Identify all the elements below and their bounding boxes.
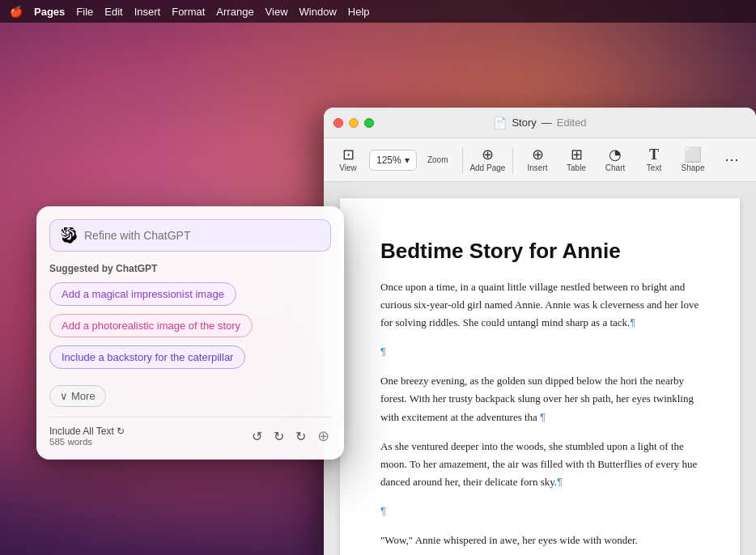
document-content: Bedtime Story for Annie Once upon a time… — [324, 182, 756, 555]
chatgpt-input-row[interactable] — [49, 219, 331, 252]
zoom-chevron-icon: ▾ — [405, 155, 410, 166]
close-button[interactable] — [333, 118, 343, 128]
shape-icon: ⬜ — [684, 147, 702, 162]
menubar-file[interactable]: File — [76, 6, 93, 18]
toolbar-add-page[interactable]: ⊕ Add Page — [469, 144, 506, 176]
document-title: Story — [512, 117, 536, 129]
undo-button[interactable]: ↺ — [250, 427, 264, 446]
menubar-view[interactable]: View — [265, 6, 288, 18]
chatgpt-refine-panel: Suggested by ChatGPT Add a magical impre… — [36, 206, 344, 460]
footer-actions: ↺ ↻ ↻ ⊕ — [250, 426, 331, 447]
edited-label: Edited — [557, 117, 587, 129]
paragraph-3: As she ventured deeper into the woods, s… — [380, 438, 699, 491]
suggestion-photorealistic[interactable]: Add a photorealistic image of the story — [49, 314, 253, 337]
apple-menu[interactable]: 🍎 — [10, 6, 23, 18]
shape-label: Shape — [682, 163, 705, 172]
panel-footer: Include All Text ↻ 585 words ↺ ↻ ↻ ⊕ — [49, 417, 331, 447]
more-icon: ⋯ — [724, 152, 739, 167]
chart-label: Chart — [605, 163, 625, 172]
insert-icon: ⊕ — [532, 147, 544, 162]
table-label: Table — [567, 163, 586, 172]
traffic-lights — [333, 118, 374, 128]
text-icon: T — [649, 147, 659, 162]
toolbar-view[interactable]: ⊡ View — [330, 144, 366, 176]
include-all-text[interactable]: Include All Text ↻ — [49, 426, 125, 437]
zoom-control[interactable]: 125% ▾ — [369, 150, 417, 171]
chevron-down-icon: ∨ — [60, 390, 68, 402]
add-page-label: Add Page — [469, 163, 505, 172]
menubar: 🍎 Pages File Edit Insert Format Arrange … — [0, 0, 756, 23]
zoom-label: Zoom — [427, 155, 448, 164]
paragraph-break-2: ¶ — [380, 502, 699, 520]
table-icon: ⊞ — [571, 147, 583, 162]
chatgpt-refine-input[interactable] — [84, 229, 321, 242]
menubar-window[interactable]: Window — [299, 6, 337, 18]
more-label: More — [71, 390, 96, 402]
toolbar-shape[interactable]: ⬜ Shape — [675, 144, 711, 176]
minimize-button[interactable] — [349, 118, 359, 128]
toolbar-chart[interactable]: ◔ Chart — [597, 144, 633, 176]
toolbar-zoom-label: Zoom — [420, 152, 456, 167]
document-main-title: Bedtime Story for Annie — [380, 239, 699, 264]
suggestion-magical-image[interactable]: Add a magical impressionist image — [49, 282, 236, 306]
chatgpt-icon — [60, 227, 78, 244]
paragraph-4: "Wow," Annie whispered in awe, her eyes … — [380, 532, 699, 549]
add-page-icon: ⊕ — [482, 147, 494, 162]
toolbar-separator-2 — [512, 147, 513, 173]
fullscreen-button[interactable] — [364, 118, 374, 128]
paragraph-2: One breezy evening, as the golden sun di… — [380, 372, 699, 426]
text-label: Text — [647, 163, 661, 172]
window-toolbar: ⊡ View 125% ▾ Zoom ⊕ Add Page ⊕ Insert ⊞… — [324, 138, 756, 182]
paragraph-1: Once upon a time, in a quaint little vil… — [380, 278, 699, 332]
refresh-button[interactable]: ↻ — [294, 427, 308, 446]
toolbar-separator-1 — [462, 147, 463, 173]
menubar-edit[interactable]: Edit — [104, 6, 122, 18]
view-icon: ⊡ — [342, 147, 355, 162]
suggestion-backstory[interactable]: Include a backstory for the caterpillar — [49, 345, 245, 369]
chart-icon: ◔ — [609, 147, 622, 162]
redo-button[interactable]: ↻ — [272, 427, 286, 446]
word-count: 585 words — [49, 437, 125, 447]
toolbar-text[interactable]: T Text — [636, 144, 672, 176]
more-suggestions-button[interactable]: ∨ More — [49, 385, 106, 407]
document-page: Bedtime Story for Annie Once upon a time… — [340, 198, 740, 555]
suggested-label: Suggested by ChatGPT — [49, 263, 331, 274]
insert-label: Insert — [528, 163, 548, 172]
toolbar-more[interactable]: ⋯ — [714, 149, 750, 172]
zoom-value: 125% — [376, 155, 401, 166]
menubar-arrange[interactable]: Arrange — [216, 6, 253, 18]
footer-info: Include All Text ↻ 585 words — [49, 426, 125, 447]
view-label: View — [339, 163, 357, 172]
toolbar-table[interactable]: ⊞ Table — [559, 144, 594, 176]
menubar-format[interactable]: Format — [172, 6, 205, 18]
toolbar-insert[interactable]: ⊕ Insert — [520, 144, 555, 176]
add-button[interactable]: ⊕ — [316, 426, 331, 447]
menubar-help[interactable]: Help — [348, 6, 370, 18]
menubar-insert[interactable]: Insert — [134, 6, 161, 18]
suggestions-list: Add a magical impressionist image Add a … — [49, 282, 331, 375]
document-icon: 📄 — [493, 117, 507, 129]
menubar-pages[interactable]: Pages — [34, 6, 65, 18]
paragraph-break-1: ¶ — [380, 343, 699, 361]
title-separator: — — [542, 117, 552, 129]
window-titlebar: 📄 Story — Edited — [324, 108, 756, 138]
include-text-label: Include All Text ↻ — [49, 426, 125, 437]
window-title: 📄 Story — Edited — [493, 117, 586, 129]
pages-window: 📄 Story — Edited ⊡ View 125% ▾ Zoom ⊕ Ad… — [324, 108, 756, 555]
